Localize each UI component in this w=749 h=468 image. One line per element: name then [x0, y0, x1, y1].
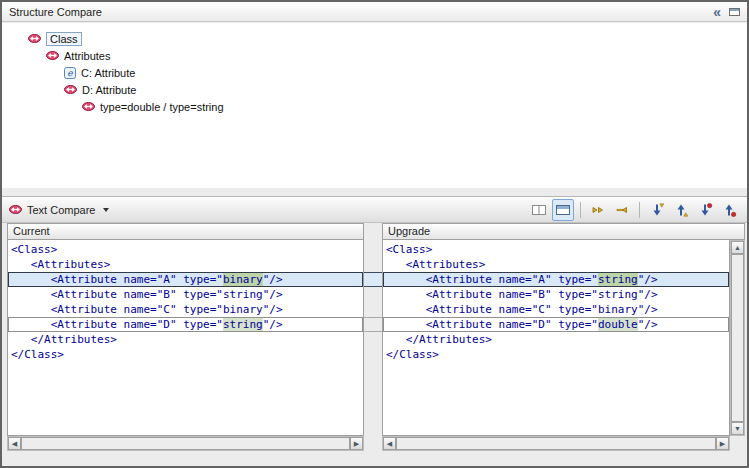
- code-line-selected-diff[interactable]: <Attribute name="A" type="string"/>: [383, 272, 729, 287]
- arrow-right-icon: ▶: [354, 440, 359, 447]
- horizontal-scrollbar-track[interactable]: [396, 437, 716, 450]
- diff-icon: [46, 51, 59, 60]
- maximize-icon: [728, 6, 741, 17]
- two-pane-layout-icon: [531, 202, 547, 218]
- code-text: <Attribute name="B" type="string"/>: [11, 288, 283, 301]
- synchronized-scrolling-icon: [555, 202, 571, 218]
- compare-editor-window: Structure Compare « Class Attributes e C…: [0, 0, 749, 468]
- diff-connector-gutter: [364, 240, 382, 436]
- tree-item-label: Attributes: [64, 50, 110, 62]
- code-line: <Class>: [383, 242, 729, 257]
- horizontal-scrollbar-thumb[interactable]: [21, 437, 350, 450]
- next-difference-icon: [649, 202, 665, 218]
- toolbar-separator: [580, 202, 581, 218]
- horizontal-scrollbar-thumb[interactable]: [396, 437, 716, 450]
- copy-all-left-to-right-button[interactable]: [587, 199, 609, 221]
- scroll-up-button[interactable]: ▲: [731, 241, 744, 254]
- scroll-down-button[interactable]: ▼: [731, 422, 744, 435]
- next-difference-button[interactable]: [646, 199, 668, 221]
- attribute-e-icon: e: [64, 67, 76, 79]
- structure-compare-tree: Class Attributes e C: Attribute D: Attri…: [2, 23, 747, 188]
- diff-word: double: [598, 318, 638, 331]
- vertical-scrollbar-thumb[interactable]: [731, 254, 744, 422]
- code-line: <Attribute name="B" type="string"/>: [8, 287, 363, 302]
- tree-item-label: D: Attribute: [82, 84, 136, 96]
- code-text: <Attributes>: [11, 258, 110, 271]
- next-change-icon: [697, 202, 713, 218]
- code-line-selected-diff[interactable]: <Attribute name="A" type="binary"/>: [8, 272, 363, 287]
- text-compare-toolbar: Text Compare: [2, 196, 747, 223]
- tree-item-label: C: Attribute: [81, 67, 135, 79]
- code-text: <Attribute name="C" type="binary"/>: [386, 303, 658, 316]
- scroll-right-button[interactable]: ▶: [350, 437, 363, 450]
- previous-change-button[interactable]: [718, 199, 740, 221]
- left-horizontal-scrollbar[interactable]: ◀ ▶: [7, 436, 364, 451]
- tree-item-d-attribute[interactable]: D: Attribute: [2, 81, 747, 98]
- diff-icon: [28, 34, 41, 43]
- minimize-button[interactable]: «: [713, 5, 721, 19]
- code-text: </Class>: [386, 348, 439, 361]
- scroll-left-button[interactable]: ◀: [383, 437, 396, 450]
- code-line-diff[interactable]: <Attribute name="D" type="string"/>: [8, 317, 363, 332]
- tree-item-label: type=double / type=string: [100, 101, 224, 113]
- code-line: <Attribute name="C" type="binary"/>: [383, 302, 729, 317]
- right-pane-header: Upgrade: [382, 223, 745, 240]
- diff-word: string: [223, 318, 263, 331]
- scroll-left-button[interactable]: ◀: [8, 437, 21, 450]
- tree-item-type-change[interactable]: type=double / type=string: [2, 98, 747, 115]
- previous-difference-button[interactable]: [670, 199, 692, 221]
- structure-compare-title: Structure Compare: [9, 6, 102, 18]
- code-line: </Class>: [8, 347, 363, 362]
- text-compare-title: Text Compare: [27, 204, 95, 216]
- code-text: <Attribute name="B" type="string"/>: [386, 288, 658, 301]
- code-text: <Attribute name="A" type=": [11, 273, 223, 286]
- vertical-scrollbar-track[interactable]: [731, 254, 744, 422]
- code-line: </Class>: [383, 347, 729, 362]
- arrow-down-icon: ▼: [734, 425, 741, 432]
- synchronized-scrolling-button[interactable]: [552, 199, 574, 221]
- code-text: <Attribute name="C" type="binary"/>: [11, 303, 283, 316]
- scrollbar-corner: [730, 436, 745, 451]
- code-text: <Class>: [386, 243, 432, 256]
- code-line: <Attribute name="B" type="string"/>: [383, 287, 729, 302]
- maximize-button[interactable]: [728, 6, 741, 17]
- left-pane-body[interactable]: <Class> <Attributes> <Attribute name="A"…: [7, 240, 364, 436]
- right-horizontal-scrollbar[interactable]: ◀ ▶: [382, 436, 730, 451]
- left-pane-header: Current: [7, 223, 364, 240]
- arrow-up-icon: ▲: [734, 244, 741, 251]
- chevron-down-icon[interactable]: [103, 208, 109, 212]
- diff-icon: [64, 85, 77, 94]
- code-line: </Attributes>: [8, 332, 363, 347]
- tree-item-c-attribute[interactable]: e C: Attribute: [2, 64, 747, 81]
- tree-item-attributes[interactable]: Attributes: [2, 47, 747, 64]
- code-line: </Attributes>: [383, 332, 729, 347]
- structure-compare-header: Structure Compare «: [2, 2, 747, 22]
- arrow-left-icon: ◀: [387, 440, 392, 447]
- copy-current-right-to-left-icon: [614, 202, 630, 218]
- code-text: "/>: [638, 273, 658, 286]
- arrow-left-icon: ◀: [12, 440, 17, 447]
- next-change-button[interactable]: [694, 199, 716, 221]
- code-text: "/>: [638, 318, 658, 331]
- tree-item-class[interactable]: Class: [2, 30, 747, 47]
- copy-current-right-to-left-button[interactable]: [611, 199, 633, 221]
- two-pane-layout-button[interactable]: [528, 199, 550, 221]
- diff-icon: [9, 205, 22, 214]
- code-line-diff[interactable]: <Attribute name="D" type="double"/>: [383, 317, 729, 332]
- code-line: <Class>: [8, 242, 363, 257]
- horizontal-scrollbar-track[interactable]: [21, 437, 350, 450]
- collapse-chevrons-icon: «: [713, 5, 721, 19]
- copy-all-left-to-right-icon: [590, 202, 606, 218]
- diff-icon: [82, 102, 95, 111]
- diff-connector-lines: [364, 240, 382, 436]
- toolbar-separator: [639, 202, 640, 218]
- code-text: </Attributes>: [386, 333, 492, 346]
- arrow-right-icon: ▶: [720, 440, 725, 447]
- diff-word: string: [598, 273, 638, 286]
- code-text: <Attributes>: [386, 258, 485, 271]
- code-text: <Attribute name="D" type=": [386, 318, 598, 331]
- code-text: "/>: [263, 318, 283, 331]
- vertical-scrollbar[interactable]: ▲ ▼: [730, 240, 745, 436]
- right-pane-body[interactable]: <Class> <Attributes> <Attribute name="A"…: [382, 240, 730, 436]
- scroll-right-button[interactable]: ▶: [716, 437, 729, 450]
